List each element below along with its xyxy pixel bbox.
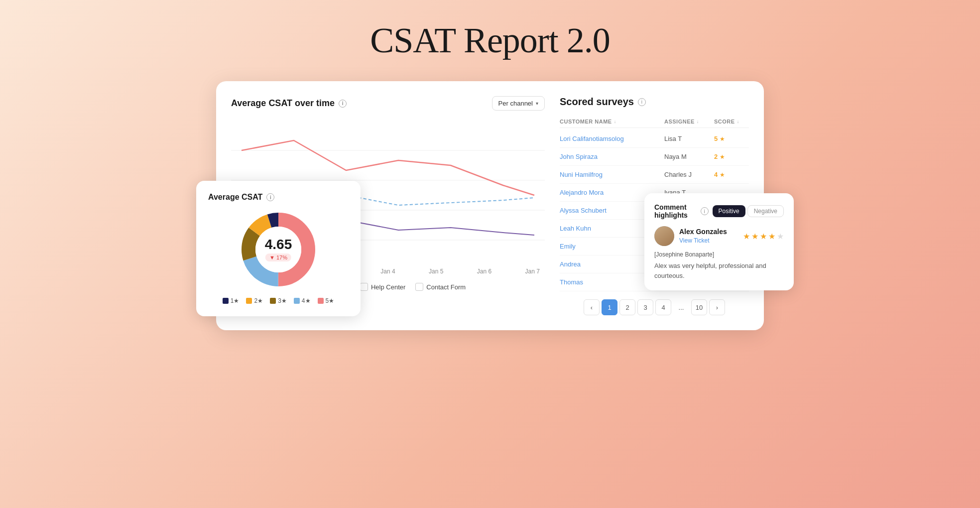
th-customer[interactable]: CUSTOMER NAME ↓ — [560, 119, 664, 125]
customer-link[interactable]: Lori Califanotiamsolog — [560, 135, 664, 142]
legend-contact-form[interactable]: Contact Form — [415, 283, 466, 291]
donut-chart: 4.65 ▼ 17% — [239, 210, 318, 289]
score-cell: 2★ — [714, 153, 749, 160]
star-5-legend: 5★ — [318, 297, 335, 304]
star-3: ★ — [760, 232, 767, 241]
star-5-empty: ★ — [777, 232, 784, 241]
comment-header: Comment highlights i Positive Negative — [654, 203, 784, 219]
avg-csat-title: Average CSAT i — [208, 193, 349, 202]
customer-link[interactable]: John Spiraza — [560, 153, 664, 160]
comment-card: Comment highlights i Positive Negative A… — [644, 193, 794, 290]
prev-page-button[interactable]: ‹ — [584, 299, 600, 315]
star-4-legend: 4★ — [294, 297, 311, 304]
star-1-legend: 1★ — [223, 297, 240, 304]
table-row: John Spiraza Naya M 2★ — [560, 148, 749, 166]
star-3-dot — [270, 298, 276, 304]
chart-title: Average CSAT over time i — [231, 98, 347, 109]
per-channel-button[interactable]: Per channel — [492, 96, 545, 111]
assignee-value: Lisa T — [664, 135, 714, 142]
legend-help-center[interactable]: Help Center — [360, 283, 405, 291]
comment-stars: ★ ★ ★ ★ ★ — [743, 232, 784, 241]
table-row: Lori Califanotiamsolog Lisa T 5★ — [560, 130, 749, 148]
donut-value: 4.65 — [265, 238, 292, 252]
sort-score-icon: ↓ — [737, 119, 739, 124]
star-1: ★ — [743, 232, 750, 241]
view-ticket-link[interactable]: View Ticket — [679, 237, 709, 244]
chart-header: Average CSAT over time i Per channel — [231, 96, 545, 111]
comment-from: [Josephine Bonaparte] — [654, 251, 784, 258]
comment-text: Alex was very helpful, professional and … — [654, 261, 784, 280]
page-3-button[interactable]: 3 — [637, 299, 653, 315]
star-icon: ★ — [720, 153, 725, 160]
table-row: Nuni Hamilfrog Charles J 4★ — [560, 166, 749, 184]
avatar — [654, 226, 674, 246]
star-icon: ★ — [720, 135, 725, 142]
comment-user: Alex Gonzales View Ticket ★ ★ ★ ★ ★ — [654, 226, 784, 246]
customer-link[interactable]: Nuni Hamilfrog — [560, 171, 664, 178]
surveys-header: Scored surveys i — [560, 96, 749, 108]
donut-center: 4.65 ▼ 17% — [265, 238, 292, 261]
page-4-button[interactable]: 4 — [655, 299, 671, 315]
avatar-image — [654, 226, 674, 246]
surveys-info-icon[interactable]: i — [638, 98, 646, 106]
score-cell: 5★ — [714, 135, 749, 142]
comment-title: Comment highlights — [654, 203, 697, 219]
th-score[interactable]: SCORE ↓ — [714, 119, 749, 125]
pagination: ‹ 1 2 3 4 ... 10 › — [560, 299, 749, 315]
main-container: Average CSAT over time i Per channel — [216, 81, 764, 330]
star-icon: ★ — [720, 171, 725, 178]
donut-container: 4.65 ▼ 17% — [208, 210, 349, 289]
star-2-dot — [246, 298, 252, 304]
sentiment-tabs: Positive Negative — [713, 205, 784, 217]
sort-customer-icon: ↓ — [614, 119, 616, 124]
assignee-value: Naya M — [664, 153, 714, 160]
avg-csat-info-icon[interactable]: i — [266, 193, 274, 201]
page-title: CSAT Report 2.0 — [370, 20, 610, 61]
contact-form-checkbox[interactable] — [415, 283, 423, 291]
sort-assignee-icon: ↓ — [697, 119, 699, 124]
negative-tab[interactable]: Negative — [747, 205, 784, 217]
page-1-button[interactable]: 1 — [602, 299, 617, 315]
surveys-title: Scored surveys — [560, 96, 634, 108]
star-4: ★ — [768, 232, 775, 241]
star-2-legend: 2★ — [246, 297, 263, 304]
score-cell: 4★ — [714, 171, 749, 178]
comment-info-icon[interactable]: i — [701, 207, 709, 215]
comment-user-info: Alex Gonzales View Ticket — [679, 228, 738, 245]
star-legend: 1★ 2★ 3★ 4★ 5★ — [208, 297, 349, 304]
chart-info-icon[interactable]: i — [339, 100, 347, 108]
page-dots: ... — [673, 299, 689, 315]
star-3-legend: 3★ — [270, 297, 287, 304]
th-assignee[interactable]: ASSIGNEE ↓ — [664, 119, 714, 125]
page-2-button[interactable]: 2 — [619, 299, 635, 315]
assignee-value: Charles J — [664, 171, 714, 178]
avg-csat-card: Average CSAT i 4.65 — [196, 181, 361, 316]
star-1-dot — [223, 298, 229, 304]
comment-username: Alex Gonzales — [679, 228, 738, 236]
help-center-checkbox[interactable] — [360, 283, 368, 291]
next-page-button[interactable]: › — [709, 299, 725, 315]
page-10-button[interactable]: 10 — [691, 299, 707, 315]
star-2: ★ — [751, 232, 758, 241]
positive-tab[interactable]: Positive — [713, 205, 745, 217]
table-header: CUSTOMER NAME ↓ ASSIGNEE ↓ SCORE ↓ — [560, 116, 749, 128]
star-5-dot — [318, 298, 324, 304]
donut-change: ▼ 17% — [265, 254, 291, 261]
star-4-dot — [294, 298, 300, 304]
